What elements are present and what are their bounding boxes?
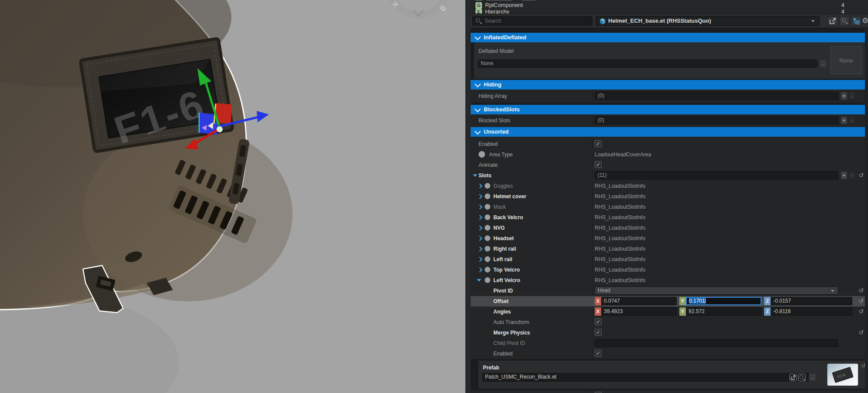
revert-icon[interactable] (858, 286, 865, 295)
chevron-right-icon[interactable] (477, 204, 482, 209)
prefab-cube-icon (599, 18, 606, 24)
section-header-hiding[interactable]: Hiding (471, 80, 865, 90)
prefab-input[interactable]: Patch_USMC_Recon_Black.et (482, 373, 809, 382)
angles-z-input[interactable]: -0.8116 (771, 307, 852, 316)
hierarchy-view-button[interactable] (851, 16, 861, 26)
enabled-label: Enabled (479, 139, 498, 149)
slot-type: RHS_LoadoutSlotInfo (595, 212, 645, 223)
chevron-right-icon[interactable] (477, 236, 482, 241)
merge-physics-label: Merge Physics (493, 328, 530, 338)
offset-label: Offset (493, 296, 509, 307)
component-row-hierarchy[interactable]: E Hierarchy 4 (471, 8, 868, 14)
slots-count-field[interactable]: (11) (595, 171, 838, 179)
remove-slot-button[interactable]: - (849, 171, 856, 179)
add-element-button[interactable]: + (840, 92, 847, 100)
browse-button[interactable]: .. (819, 59, 827, 68)
chevron-right-icon[interactable] (477, 194, 482, 199)
search-input[interactable]: Search (472, 16, 592, 26)
animate-checkbox[interactable] (595, 161, 602, 168)
slot-row-left-velcro[interactable]: Left Velcro RHS_LoadoutSlotInfo (471, 275, 865, 286)
chevron-right-icon[interactable] (477, 257, 482, 262)
slot-icon (485, 267, 490, 272)
slots-label: Slots (479, 170, 491, 181)
array-count: (0) (598, 93, 604, 99)
hiding-array-field[interactable]: (0) (595, 92, 838, 100)
slot-row-nvg[interactable]: NVG RHS_LoadoutSlotInfo (471, 223, 865, 233)
expand-arrow-icon[interactable] (477, 279, 481, 282)
scrollbar-track[interactable] (865, 27, 868, 393)
angles-x-input[interactable]: 39.4923 (601, 307, 677, 316)
slot-icon (485, 246, 490, 252)
angles-y-input[interactable]: 92.572 (686, 307, 761, 316)
revert-icon[interactable] (858, 307, 865, 316)
child-pivot-id-input[interactable] (595, 339, 838, 347)
prefab-value: Patch_USMC_Recon_Black.et (485, 374, 556, 380)
slot-type: RHS_LoadoutSlotInfo (595, 254, 645, 265)
browse-prefab-button[interactable]: .. (809, 373, 816, 382)
angles-x-value: 39.4923 (604, 308, 623, 314)
auto-transform-checkbox[interactable] (595, 318, 602, 325)
angles-row: Angles X 39.4923 Y 92.572 Z -0.8116 (471, 307, 865, 317)
chevron-right-icon[interactable] (477, 246, 482, 251)
slot-name: Left rail (493, 254, 512, 265)
open-editor-button[interactable] (827, 16, 838, 26)
slot-row-back-velcro[interactable]: Back Velcro RHS_LoadoutSlotInfo (471, 212, 865, 223)
section-header-inflateddeflated[interactable]: InflatedDeflated (471, 33, 865, 42)
section-header-unsorted[interactable]: Unsorted (471, 127, 865, 137)
deflated-model-value: None (481, 60, 493, 66)
prefab-thumbnail[interactable]: F1-6 (827, 363, 858, 386)
slot-row-helmet-cover[interactable]: Helmet cover RHS_LoadoutSlotInfo (471, 191, 865, 202)
enabled-checkbox[interactable] (595, 140, 602, 147)
disable-physics-label: Disable Physics Interaction (479, 390, 541, 393)
chevron-right-icon[interactable] (477, 267, 482, 272)
expand-arrow-icon[interactable] (473, 174, 477, 177)
remove-element-button[interactable]: - (849, 92, 856, 100)
slot-enabled-checkbox[interactable] (595, 350, 602, 357)
chevron-right-icon[interactable] (477, 183, 482, 188)
area-type-value: LoadoutHeadCoverArea (595, 149, 651, 160)
pivot-id-row: Pivot ID Head (471, 286, 865, 296)
component-row-rplcomponent[interactable]: G RplComponent 4 (471, 2, 868, 9)
merge-physics-checkbox[interactable] (595, 329, 602, 336)
find-button[interactable] (839, 16, 850, 26)
add-element-button[interactable]: + (840, 116, 847, 124)
slot-icon (485, 193, 490, 199)
deflated-model-input[interactable]: None (478, 59, 817, 68)
viewport-3d[interactable]: N W F1-6 (0, 0, 465, 393)
pivot-id-select[interactable]: Head (595, 286, 838, 295)
slot-type: RHS_LoadoutSlotInfo (595, 202, 645, 212)
deflated-model-thumbnail[interactable]: None (830, 46, 862, 74)
slot-row-left-rail[interactable]: Left rail RHS_LoadoutSlotInfo (471, 254, 865, 265)
pivot-id-label: Pivot ID (493, 286, 513, 296)
slot-row-goggles[interactable]: Goggles RHS_LoadoutSlotInfo (471, 181, 865, 191)
offset-y-input[interactable]: 0.1701 (686, 297, 761, 305)
blocked-slots-field[interactable]: (0) (595, 116, 838, 124)
component-label: Hierarchy (485, 8, 510, 14)
chevron-right-icon[interactable] (477, 225, 482, 230)
text-caret (705, 298, 706, 303)
revert-icon[interactable] (858, 171, 865, 179)
revert-icon[interactable] (858, 297, 865, 305)
component-row-partial[interactable] (471, 0, 868, 1)
section-header-blockedslots[interactable]: BlockedSlots (471, 105, 865, 114)
chevron-down-icon[interactable] (811, 20, 815, 22)
slot-row-headset[interactable]: Headset RHS_LoadoutSlotInfo (471, 233, 865, 244)
hierarchy-component-icon: E (475, 9, 482, 14)
chevron-down-icon (475, 128, 481, 134)
offset-z-input[interactable]: -0.0157 (771, 297, 852, 305)
add-slot-button[interactable]: + (840, 171, 847, 179)
gizmo-origin[interactable] (217, 126, 223, 132)
find-prefab-button[interactable] (798, 374, 806, 381)
offset-x-input[interactable]: 0.0747 (601, 297, 677, 305)
revert-icon[interactable] (858, 328, 865, 337)
object-selector[interactable]: Helmet_ECH_base.et (RHSStatusQuo) (596, 16, 820, 26)
chevron-right-icon[interactable] (477, 215, 482, 220)
compass-gizmo[interactable]: N W (389, 0, 448, 16)
slot-row-mask[interactable]: Mask RHS_LoadoutSlotInfo (471, 202, 865, 212)
slot-icon (485, 214, 490, 220)
slot-row-right-rail[interactable]: Right rail RHS_LoadoutSlotInfo (471, 244, 865, 254)
remove-element-button[interactable]: - (849, 116, 856, 124)
open-prefab-button[interactable] (789, 374, 797, 381)
gear-icon[interactable]: ⚙ (862, 16, 868, 26)
slot-row-top-velcro[interactable]: Top Velcro RHS_LoadoutSlotInfo (471, 265, 865, 275)
